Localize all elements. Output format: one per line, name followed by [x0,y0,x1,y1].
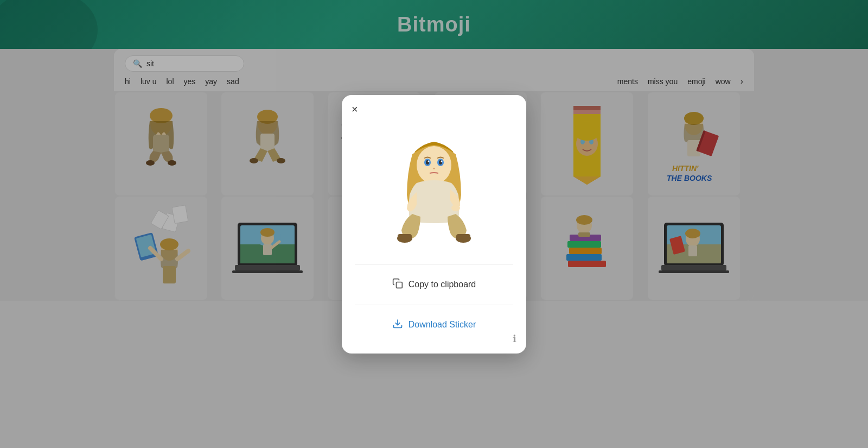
svg-point-107 [451,205,460,211]
svg-point-102 [441,160,443,162]
svg-point-101 [428,160,430,162]
info-button[interactable]: ℹ [513,333,516,345]
svg-rect-105 [398,234,412,239]
modal-dialog: × [342,95,526,354]
modal-divider-1 [355,264,513,265]
modal-sticker-area [355,108,513,260]
clipboard-icon [392,278,403,292]
modal-overlay[interactable]: × [0,0,868,448]
svg-rect-108 [396,282,402,288]
download-label: Download Sticker [409,320,476,330]
modal-divider-2 [355,305,513,305]
copy-to-clipboard-button[interactable]: Copy to clipboard [355,269,513,300]
download-icon [392,318,403,332]
svg-point-96 [417,146,451,184]
download-sticker-button[interactable]: Download Sticker [355,310,513,340]
modal-sticker-svg [380,124,488,249]
modal-close-button[interactable]: × [352,104,358,115]
copy-label: Copy to clipboard [409,280,476,289]
svg-rect-106 [456,234,470,239]
